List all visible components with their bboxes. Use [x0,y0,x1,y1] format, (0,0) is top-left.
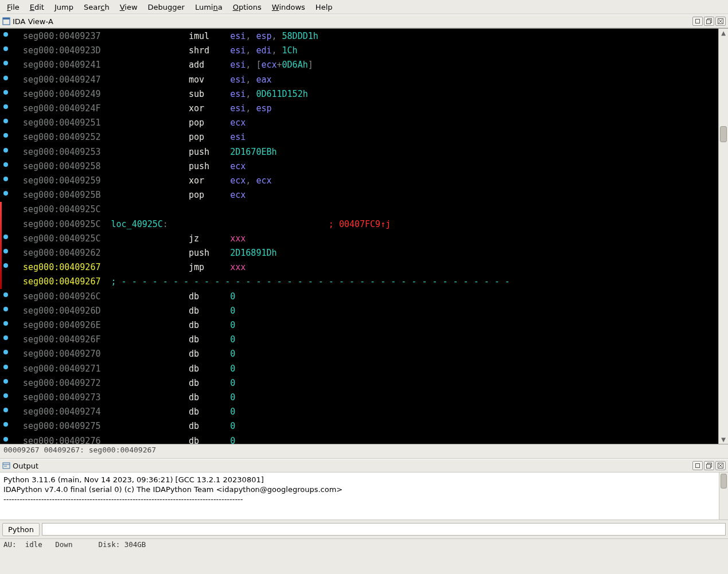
disasm-line[interactable]: seg000:00409247 mov esi, eax [23,73,718,87]
svg-rect-6 [3,463,10,468]
output-body[interactable]: Python 3.11.6 (main, Nov 14 2023, 09:36:… [0,473,728,520]
breakpoint-dot[interactable] [3,162,8,167]
disasm-line[interactable]: seg000:00409241 add esi, [ecx+0D6Ah] [23,58,718,72]
scroll-up-icon[interactable]: ▲ [719,29,728,37]
menu-options[interactable]: Options [228,2,266,13]
disasm-line[interactable]: seg000:0040925C loc_40925C: ; 00407FC9↑j [23,217,718,232]
menu-debugger[interactable]: Debugger [143,2,189,13]
output-line: Python 3.11.6 (main, Nov 14 2023, 09:36:… [3,475,725,485]
disasm-line[interactable]: seg000:0040926F db 0 [23,333,718,347]
command-input[interactable] [42,523,726,536]
menu-help[interactable]: Help [311,2,337,13]
breakpoint-dot[interactable] [3,46,8,51]
disasm-line[interactable]: seg000:0040923D shrd esi, edi, 1Ch [23,44,718,58]
output-scrollbar[interactable] [719,473,728,520]
svg-rect-1 [3,18,10,19]
disasm-line[interactable]: seg000:00409267 jmp xxx [23,260,718,275]
disasm-line[interactable]: seg000:00409253 push 2D1670EBh [23,145,718,159]
svg-rect-9 [696,464,700,468]
breakpoint-dot[interactable] [3,104,8,109]
breakpoint-dot[interactable] [3,148,8,153]
breakpoint-dot[interactable] [3,90,8,95]
disasm-gutter [0,29,11,444]
breakpoint-dot[interactable] [3,350,8,354]
disasm-line[interactable]: seg000:00409267 ; - - - - - - - - - - - … [23,275,718,289]
breakpoint-dot[interactable] [3,393,8,398]
disasm-text[interactable]: seg000:00409237 imul esi, esp, 58DDD1hse… [11,29,718,444]
output-float-button[interactable] [692,461,703,470]
output-dock-button[interactable] [704,461,714,470]
view-float-button[interactable] [692,17,703,26]
disasm-line[interactable]: seg000:0040925B pop ecx [23,188,718,202]
disasm-line[interactable]: seg000:0040926D db 0 [23,304,718,318]
menu-file[interactable]: File [2,2,24,13]
breakpoint-dot[interactable] [3,408,8,412]
disasm-line[interactable]: seg000:00409276 db 0 [23,434,718,444]
disasm-body[interactable]: seg000:00409237 imul esi, esp, 58DDD1hse… [11,29,718,444]
menu-search[interactable]: Search [79,2,114,13]
menubar: FileEditJumpSearchViewDebuggerLuminaOpti… [0,0,728,14]
scroll-down-icon[interactable]: ▼ [719,435,728,444]
disasm-line[interactable]: seg000:0040925C [23,202,718,217]
disasm-line[interactable]: seg000:0040925C jz xxx [23,232,718,246]
output-icon [2,462,10,470]
menu-edit[interactable]: Edit [25,2,49,13]
breakpoint-dot[interactable] [3,191,8,196]
output-line: ----------------------------------------… [3,494,725,504]
breakpoint-dot[interactable] [3,437,8,442]
disasm-line[interactable]: seg000:00409251 pop ecx [23,116,718,130]
status-bar: AU: idle Down Disk: 304GB [0,539,728,553]
disasm-line[interactable]: seg000:00409259 xor ecx, ecx [23,174,718,188]
view-icon [2,17,10,25]
disasm-line[interactable]: seg000:00409262 push 2D16891Dh [23,246,718,260]
breakpoint-dot[interactable] [3,292,8,297]
disasm-view[interactable]: seg000:00409237 imul esi, esp, 58DDD1hse… [0,28,728,444]
svg-rect-11 [707,464,711,468]
menu-view[interactable]: View [115,2,142,13]
breakpoint-dot[interactable] [3,335,8,340]
disasm-line[interactable]: seg000:0040926E db 0 [23,318,718,333]
scroll-thumb[interactable] [721,474,727,489]
view-title: IDA View-A [13,17,692,26]
view-dock-button[interactable] [704,17,714,26]
disasm-line[interactable]: seg000:00409252 pop esi [23,130,718,145]
breakpoint-dot[interactable] [3,263,8,268]
scroll-thumb[interactable] [720,126,727,142]
disasm-line[interactable]: seg000:00409273 db 0 [23,391,718,405]
output-title: Output [13,462,692,470]
breakpoint-dot[interactable] [3,76,8,80]
breakpoint-dot[interactable] [3,249,8,253]
address-bar: 00009267 00409267: seg000:00409267 [0,444,728,459]
disasm-line[interactable]: seg000:00409272 db 0 [23,376,718,391]
breakpoint-dot[interactable] [3,32,8,37]
lang-selector[interactable]: Python [2,523,40,536]
breakpoint-dot[interactable] [3,379,8,384]
breakpoint-dot[interactable] [3,61,8,65]
breakpoint-dot[interactable] [3,365,8,369]
breakpoint-dot[interactable] [3,422,8,427]
disasm-line[interactable]: seg000:0040926C db 0 [23,290,718,304]
view-header: IDA View-A [0,14,728,28]
breakpoint-dot[interactable] [3,119,8,123]
disasm-line[interactable]: seg000:00409249 sub esi, 0D611D152h [23,87,718,101]
output-close-button[interactable] [715,461,726,470]
breakpoint-dot[interactable] [3,307,8,311]
breakpoint-dot[interactable] [3,177,8,181]
disasm-line[interactable]: seg000:00409270 db 0 [23,347,718,361]
disasm-line[interactable]: seg000:00409274 db 0 [23,405,718,419]
breakpoint-dot[interactable] [3,235,8,239]
disasm-line[interactable]: seg000:00409258 push ecx [23,159,718,174]
menu-lumina[interactable]: Lumina [190,2,227,13]
menu-windows[interactable]: Windows [267,2,310,13]
menu-jump[interactable]: Jump [50,2,78,13]
breakpoint-dot[interactable] [3,321,8,326]
disasm-line[interactable]: seg000:00409271 db 0 [23,362,718,376]
breakpoint-dot[interactable] [3,133,8,138]
disasm-line[interactable]: seg000:0040924F xor esi, esp [23,101,718,116]
disasm-line[interactable]: seg000:00409275 db 0 [23,419,718,434]
disasm-line[interactable]: seg000:00409237 imul esi, esp, 58DDD1h [23,29,718,44]
disasm-scrollbar[interactable]: ▲ ▼ [718,29,728,444]
view-close-button[interactable] [715,17,726,26]
svg-rect-2 [696,19,700,24]
svg-rect-4 [707,20,711,24]
